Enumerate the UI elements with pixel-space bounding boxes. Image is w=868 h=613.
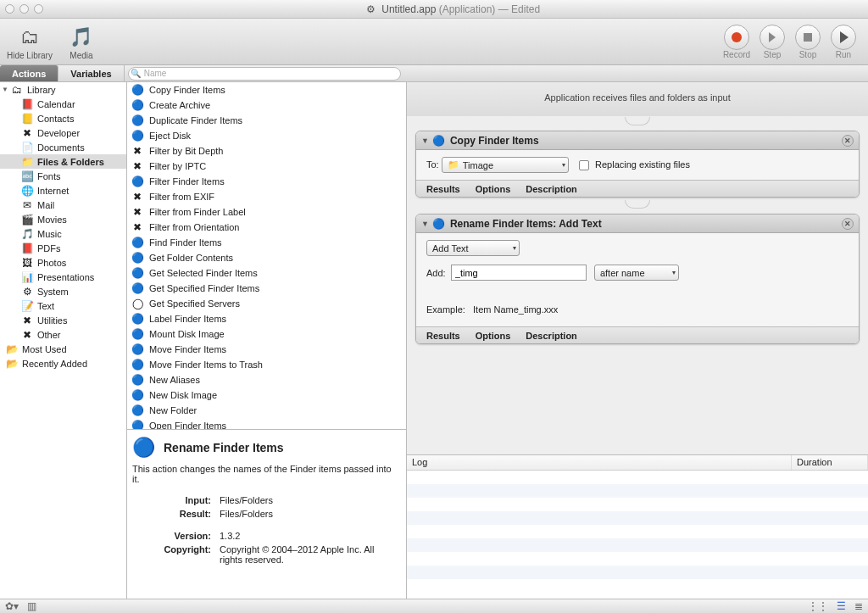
- workflow-action-copy-finder-items[interactable]: ▼ 🔵 Copy Finder Items ✕ To: Timage Repla…: [415, 131, 860, 198]
- action-item-filter-from-exif[interactable]: ✖Filter from EXIF: [127, 189, 406, 204]
- action-item-label: Filter by IPTC: [149, 161, 206, 171]
- action-item-create-archive[interactable]: 🔵Create Archive: [127, 98, 406, 113]
- zoom-window-icon[interactable]: [34, 4, 43, 14]
- media-icon: 🎵: [68, 24, 95, 51]
- finder-icon: 🔵: [131, 358, 144, 371]
- run-button[interactable]: Run: [826, 25, 861, 59]
- hide-library-button[interactable]: 🗂 Hide Library: [7, 24, 53, 60]
- drag-handle-icon[interactable]: ⋮⋮: [808, 600, 828, 612]
- duration-column-header[interactable]: Duration: [792, 455, 868, 470]
- finder-icon: ✖: [131, 190, 144, 203]
- action-item-filter-finder-items[interactable]: 🔵Filter Finder Items: [127, 174, 406, 189]
- disclosure-icon[interactable]: ▼: [421, 137, 429, 145]
- library-item-other[interactable]: ✖Other: [0, 327, 126, 342]
- replace-existing-checkbox[interactable]: [579, 160, 589, 170]
- library-item-documents[interactable]: 📄Documents: [0, 140, 126, 154]
- step-button[interactable]: Step: [754, 25, 790, 59]
- action-item-filter-by-iptc[interactable]: ✖Filter by IPTC: [127, 159, 406, 174]
- action-item-new-disk-image[interactable]: 🔵New Disk Image: [127, 387, 406, 403]
- action-item-filter-by-bit-depth[interactable]: ✖Filter by Bit Depth: [127, 143, 406, 159]
- remove-action-button[interactable]: ✕: [842, 218, 854, 230]
- library-item-music[interactable]: 🎵Music: [0, 226, 126, 241]
- record-button[interactable]: Record: [719, 25, 754, 59]
- library-item-presentations[interactable]: 📊Presentations: [0, 270, 126, 284]
- action-item-label: Create Archive: [149, 100, 210, 110]
- library-item-files-folders[interactable]: 📁Files & Folders: [0, 154, 126, 169]
- library-item-mail[interactable]: ✉Mail: [0, 198, 126, 212]
- finder-icon: 🔵: [131, 388, 144, 402]
- library-item-label: Developer: [37, 128, 80, 138]
- library-item-pdfs[interactable]: 📕PDFs: [0, 241, 126, 255]
- action-item-move-finder-items-to-trash[interactable]: 🔵Move Finder Items to Trash: [127, 357, 406, 372]
- library-item-contacts[interactable]: 📒Contacts: [0, 111, 126, 125]
- finder-icon: 🔵: [131, 419, 144, 429]
- library-item-system[interactable]: ⚙System: [0, 284, 126, 298]
- play-icon: [840, 31, 849, 43]
- library-item-label: Movies: [37, 215, 67, 225]
- library-item-most-used[interactable]: 📂Most Used: [0, 342, 126, 356]
- action-item-label: Get Specified Servers: [149, 298, 240, 309]
- minimize-window-icon[interactable]: [19, 4, 29, 14]
- library-item-recently-added[interactable]: 📂Recently Added: [0, 356, 126, 371]
- library-item-developer[interactable]: ✖Developer: [0, 125, 126, 140]
- action-item-get-selected-finder-items[interactable]: 🔵Get Selected Finder Items: [127, 265, 406, 281]
- gear-menu-icon[interactable]: ✿▾: [5, 600, 19, 612]
- library-icon: 🗂: [16, 24, 43, 51]
- rename-mode-dropdown[interactable]: Add Text: [426, 240, 520, 256]
- example-output: Item Name_timg.xxx: [473, 304, 558, 315]
- panel-toggle-icon[interactable]: ▥: [27, 600, 36, 612]
- search-input[interactable]: Name: [128, 67, 401, 81]
- category-icon: ✉: [20, 198, 34, 212]
- position-dropdown[interactable]: after name: [594, 265, 679, 281]
- description-tab[interactable]: Description: [526, 184, 577, 194]
- category-icon: 🔤: [20, 170, 34, 183]
- library-item-label: Internet: [37, 186, 69, 196]
- options-tab[interactable]: Options: [476, 331, 511, 341]
- action-item-move-finder-items[interactable]: 🔵Move Finder Items: [127, 342, 406, 357]
- tab-variables[interactable]: Variables: [58, 65, 124, 81]
- library-item-movies[interactable]: 🎬Movies: [0, 212, 126, 226]
- action-item-eject-disk[interactable]: 🔵Eject Disk: [127, 128, 406, 143]
- action-item-get-folder-contents[interactable]: 🔵Get Folder Contents: [127, 250, 406, 265]
- destination-folder-dropdown[interactable]: Timage: [442, 157, 569, 173]
- remove-action-button[interactable]: ✕: [842, 135, 854, 147]
- stop-button[interactable]: Stop: [790, 25, 826, 59]
- action-item-get-specified-servers[interactable]: ◯Get Specified Servers: [127, 296, 406, 311]
- library-item-photos[interactable]: 🖼Photos: [0, 255, 126, 270]
- media-button[interactable]: 🎵 Media: [68, 24, 95, 60]
- action-item-new-folder[interactable]: 🔵New Folder: [127, 403, 406, 418]
- library-item-utilities[interactable]: ✖Utilities: [0, 313, 126, 327]
- add-text-input[interactable]: [451, 265, 587, 281]
- tab-actions[interactable]: Actions: [0, 65, 58, 81]
- library-root[interactable]: ▼ 🗂 Library: [0, 82, 126, 97]
- view-cols-icon[interactable]: ≣: [854, 600, 863, 612]
- view-list-icon[interactable]: ☰: [837, 600, 846, 612]
- library-item-text[interactable]: 📝Text: [0, 298, 126, 313]
- options-tab[interactable]: Options: [476, 184, 511, 194]
- action-item-new-aliases[interactable]: 🔵New Aliases: [127, 372, 406, 387]
- library-item-calendar[interactable]: 📕Calendar: [0, 97, 126, 111]
- results-tab[interactable]: Results: [426, 331, 460, 341]
- action-item-duplicate-finder-items[interactable]: 🔵Duplicate Finder Items: [127, 113, 406, 128]
- results-tab[interactable]: Results: [426, 184, 460, 194]
- library-item-fonts[interactable]: 🔤Fonts: [0, 169, 126, 183]
- action-item-label-finder-items[interactable]: 🔵Label Finder Items: [127, 311, 406, 326]
- action-item-copy-finder-items[interactable]: 🔵Copy Finder Items: [127, 82, 406, 98]
- action-item-get-specified-finder-items[interactable]: 🔵Get Specified Finder Items: [127, 281, 406, 296]
- action-item-label: Filter from Orientation: [149, 222, 239, 232]
- library-item-internet[interactable]: 🌐Internet: [0, 183, 126, 198]
- close-window-icon[interactable]: [5, 4, 14, 14]
- action-item-find-finder-items[interactable]: 🔵Find Finder Items: [127, 235, 406, 250]
- action-item-filter-from-finder-label[interactable]: ✖Filter from Finder Label: [127, 204, 406, 220]
- action-item-mount-disk-image[interactable]: 🔵Mount Disk Image: [127, 326, 406, 342]
- action-item-filter-from-orientation[interactable]: ✖Filter from Orientation: [127, 220, 406, 235]
- disclosure-icon[interactable]: ▼: [421, 220, 429, 228]
- action-title: Copy Finder Items: [450, 135, 539, 147]
- library-item-label: Fonts: [37, 171, 61, 181]
- log-column-header[interactable]: Log: [407, 455, 792, 470]
- workflow-action-rename-finder-items[interactable]: ▼ 🔵 Rename Finder Items: Add Text ✕ Add …: [415, 214, 860, 344]
- description-tab[interactable]: Description: [526, 331, 577, 341]
- action-item-open-finder-items[interactable]: 🔵Open Finder Items: [127, 418, 406, 429]
- library-item-label: Text: [37, 301, 54, 311]
- action-item-label: Move Finder Items to Trash: [149, 359, 263, 370]
